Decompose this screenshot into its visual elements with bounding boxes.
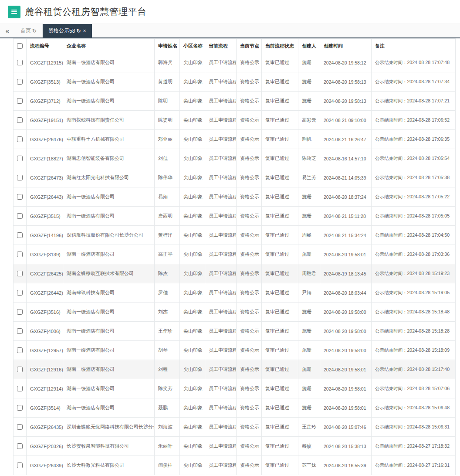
- tab-qualification-label: 资格公示: [48, 27, 69, 34]
- row-checkbox[interactable]: [17, 462, 23, 468]
- tab-qualification-count: 58: [69, 28, 75, 34]
- cell-created-time: 2024-08-20 15:07:46: [320, 418, 372, 437]
- cell-status: 复审已通过: [262, 360, 298, 379]
- cell-creator: 施珊: [298, 341, 320, 360]
- cell-status: 复审已通过: [262, 130, 298, 149]
- row-checkbox[interactable]: [17, 232, 23, 238]
- cell-community: 尖山印象: [180, 149, 205, 168]
- collapse-tabs-button[interactable]: «: [0, 24, 15, 37]
- cell-company: 湖南一缦酒店有限公司: [63, 92, 155, 111]
- table-row: GXGZF(26443) 湖南一缦酒店有限公司 易娟 尖山印象 员工申请流程 资…: [14, 187, 456, 207]
- refresh-icon[interactable]: ↻: [32, 28, 37, 34]
- cell-process: 员工申请流程: [205, 418, 237, 437]
- cell-company: 湖南一缦酒店有限公司: [63, 72, 155, 92]
- cell-created-time: 2024-08-21 09:10:00: [320, 111, 372, 130]
- row-checkbox[interactable]: [17, 347, 23, 353]
- row-checkbox-cell: [14, 341, 27, 360]
- table-row: GXGZF(26476) 中联重科土方机械有限公司 邓亚丽 尖山印象 员工申请流…: [14, 130, 456, 149]
- cell-applicant: 聂鹏: [155, 398, 180, 418]
- data-table-container: 流程编号 企业名称 申请姓名 小区名称 当前流程 当前节点 当前流程状态 创建人…: [13, 38, 460, 475]
- row-checkbox[interactable]: [17, 79, 23, 85]
- cell-node: 资格公示: [237, 341, 262, 360]
- cell-creator: 施珊: [298, 72, 320, 92]
- header-status: 当前流程状态: [262, 39, 298, 53]
- cell-process-id: GXGZF(12914): [27, 379, 63, 398]
- cell-company: 湖南肆玖科技有限公司: [63, 283, 155, 303]
- cell-company: 湖南一缦酒店有限公司: [63, 207, 155, 226]
- cell-node: 资格公示: [237, 92, 262, 111]
- cell-created-time: 2024-08-20 18:03:44: [320, 283, 372, 303]
- cell-applicant: 邓亚丽: [155, 130, 180, 149]
- row-checkbox[interactable]: [17, 424, 23, 430]
- cell-creator: 周胜君: [298, 264, 320, 283]
- row-checkbox[interactable]: [17, 386, 23, 391]
- cell-process-id: GXGZF(26476): [27, 130, 63, 149]
- cell-community: 尖山印象: [180, 398, 205, 418]
- cell-company: 长沙安牧泉智能科技有限公司: [63, 437, 155, 456]
- cell-company: 湖南忠信智能装备有限公司: [63, 149, 155, 168]
- cell-creator: 施珊: [298, 360, 320, 379]
- header-created-time: 创建时间: [320, 39, 372, 53]
- row-checkbox[interactable]: [17, 405, 23, 411]
- cell-community: 尖山印象: [180, 341, 205, 360]
- cell-process-id: GXGZF(3513): [27, 72, 63, 92]
- cell-remark: 公示结束时间：2024-08-28 17:06:52: [372, 111, 456, 130]
- row-checkbox[interactable]: [17, 443, 23, 449]
- cell-applicant: 陈杰: [155, 264, 180, 283]
- row-checkbox[interactable]: [17, 271, 23, 276]
- hamburger-menu-icon: [11, 9, 17, 15]
- close-icon[interactable]: ×: [83, 28, 86, 34]
- row-checkbox-cell: [14, 418, 27, 437]
- cell-created-time: 2024-08-16 14:57:10: [320, 149, 372, 168]
- cell-applicant: 王作珍: [155, 322, 180, 341]
- table-row: GXGZF(12957) 湖南一缦酒店有限公司 胡琴 尖山印象 员工申请流程 资…: [14, 341, 456, 360]
- cell-remark: 公示结束时间：2024-08-28 17:05:54: [372, 149, 456, 168]
- cell-applicant: 朱丽叶: [155, 437, 180, 456]
- table-row: GXGZF(18827) 湖南忠信智能装备有限公司 刘佳 尖山印象 员工申请流程…: [14, 149, 456, 168]
- cell-community: 尖山印象: [180, 168, 205, 187]
- cell-community: 尖山印象: [180, 322, 205, 341]
- sidebar-toggle-button[interactable]: [8, 6, 20, 18]
- cell-process-id: GXGZF(19151): [27, 111, 63, 130]
- tab-qualification-publicity[interactable]: 资格公示 58 ↻ ×: [43, 24, 91, 37]
- row-checkbox-cell: [14, 149, 27, 168]
- table-row: GXGZF(3515) 湖南一缦酒店有限公司 唐西明 尖山印象 员工申请流程 资…: [14, 207, 456, 226]
- cell-creator: 施珊: [298, 207, 320, 226]
- cell-created-time: 2024-08-21 14:05:39: [320, 168, 372, 187]
- row-checkbox[interactable]: [17, 309, 23, 315]
- row-checkbox[interactable]: [17, 117, 23, 123]
- cell-remark: 公示结束时间：2024-08-27 17:16:31: [372, 456, 456, 475]
- row-checkbox[interactable]: [17, 252, 23, 257]
- row-checkbox-cell: [14, 53, 27, 72]
- cell-process-id: GXGZF(26473): [27, 168, 63, 187]
- cell-status: 复审已通过: [262, 264, 298, 283]
- tab-home[interactable]: 首页 ↻: [15, 24, 43, 37]
- table-header-row: 流程编号 企业名称 申请姓名 小区名称 当前流程 当前节点 当前流程状态 创建人…: [14, 39, 456, 53]
- cell-process-id: GXGZF(20326): [27, 437, 63, 456]
- cell-node: 资格公示: [237, 72, 262, 92]
- cell-process: 员工申请流程: [205, 207, 237, 226]
- cell-creator: 施珊: [298, 92, 320, 111]
- row-checkbox-cell: [14, 111, 27, 130]
- row-checkbox-cell: [14, 303, 27, 322]
- row-checkbox-cell: [14, 168, 27, 187]
- row-checkbox[interactable]: [17, 290, 23, 296]
- row-checkbox[interactable]: [17, 98, 23, 104]
- row-checkbox[interactable]: [17, 194, 23, 200]
- select-all-checkbox[interactable]: [17, 43, 23, 49]
- row-checkbox[interactable]: [17, 367, 23, 372]
- row-checkbox[interactable]: [17, 328, 23, 334]
- row-checkbox[interactable]: [17, 213, 23, 219]
- refresh-icon[interactable]: ↻: [76, 28, 81, 34]
- row-checkbox[interactable]: [17, 60, 23, 65]
- cell-applicant: 陈奕芳: [155, 379, 180, 398]
- cell-process: 员工申请流程: [205, 264, 237, 283]
- row-checkbox[interactable]: [17, 136, 23, 142]
- cell-status: 复审已通过: [262, 379, 298, 398]
- table-row: GXGZF(3516) 湖南一缦酒店有限公司 刘杰 尖山印象 员工申请流程 资格…: [14, 303, 456, 322]
- cell-company: 湖南一缦酒店有限公司: [63, 245, 155, 264]
- cell-remark: 公示结束时间：2024-08-28 15:19:05: [372, 283, 456, 303]
- row-checkbox[interactable]: [17, 175, 23, 180]
- cell-node: 资格公示: [237, 456, 262, 475]
- row-checkbox[interactable]: [17, 156, 23, 161]
